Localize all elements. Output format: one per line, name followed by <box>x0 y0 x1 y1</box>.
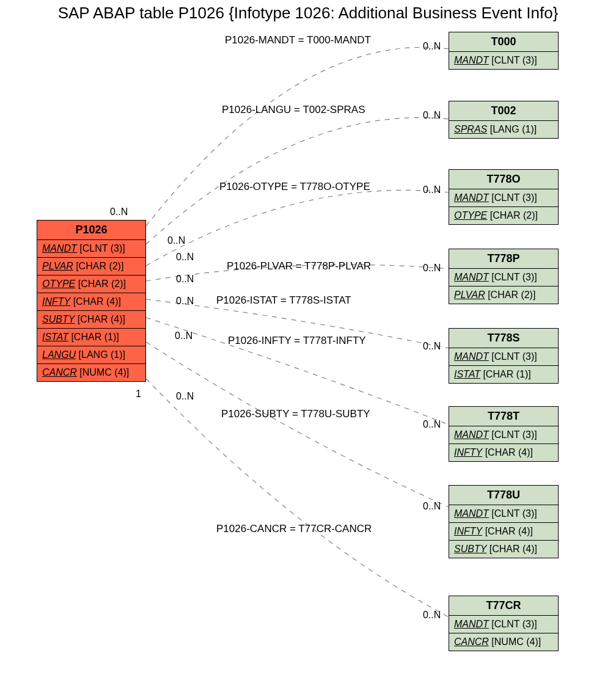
card-right-0: 0..N <box>423 41 441 52</box>
entity-t778o-field-0: MANDT [CLNT (3)] <box>449 189 558 207</box>
entity-p1026-field-otype: OTYPE [CHAR (2)] <box>37 275 145 293</box>
entity-t778p-field-0: MANDT [CLNT (3)] <box>449 269 558 286</box>
entity-t77cr-title: T77CR <box>449 596 558 616</box>
edge-label-2: P1026-OTYPE = T778O-OTYPE <box>219 181 370 193</box>
card-left-5: 0..N <box>175 330 193 341</box>
entity-t000-title: T000 <box>449 32 558 52</box>
entity-t778s: T778S MANDT [CLNT (3)] ISTAT [CHAR (1)] <box>449 328 559 384</box>
entity-t77cr: T77CR MANDT [CLNT (3)] CANCR [NUMC (4)] <box>449 596 559 651</box>
card-left-4: 0..N <box>176 296 194 307</box>
card-right-7: 0..N <box>423 610 441 621</box>
card-left-0: 0..N <box>110 206 128 217</box>
card-left-7: 1 <box>136 389 141 400</box>
entity-p1026-field-plvar: PLVAR [CHAR (2)] <box>37 258 145 275</box>
entity-t778o-field-1: OTYPE [CHAR (2)] <box>449 207 558 224</box>
diagram-title: SAP ABAP table P1026 {Infotype 1026: Add… <box>0 4 616 23</box>
card-right-5: 0..N <box>423 419 441 430</box>
entity-t000: T000 MANDT [CLNT (3)] <box>449 32 559 70</box>
entity-p1026-field-istat: ISTAT [CHAR (1)] <box>37 329 145 346</box>
entity-t778o-title: T778O <box>449 170 558 189</box>
edge-label-3: P1026-PLVAR = T778P-PLVAR <box>227 260 371 272</box>
edge-label-0: P1026-MANDT = T000-MANDT <box>225 34 371 46</box>
card-left-3: 0..N <box>176 274 194 285</box>
entity-t778s-field-1: ISTAT [CHAR (1)] <box>449 366 558 383</box>
card-left-2: 0..N <box>176 252 194 263</box>
entity-t002: T002 SPRAS [LANG (1)] <box>449 101 559 139</box>
card-right-3: 0..N <box>423 263 441 274</box>
edge-label-1: P1026-LANGU = T002-SPRAS <box>222 104 365 116</box>
edge-label-4: P1026-ISTAT = T778S-ISTAT <box>216 294 351 307</box>
entity-t000-field: MANDT [CLNT (3)] <box>449 52 558 69</box>
entity-t002-title: T002 <box>449 101 558 121</box>
entity-p1026-title: P1026 <box>37 221 145 240</box>
entity-t77cr-field-1: CANCR [NUMC (4)] <box>449 633 558 651</box>
entity-t778u-title: T778U <box>449 486 558 505</box>
entity-t778u: T778U MANDT [CLNT (3)] INFTY [CHAR (4)] … <box>449 485 559 558</box>
entity-p1026-field-subty: SUBTY [CHAR (4)] <box>37 311 145 329</box>
edge-label-7: P1026-CANCR = T77CR-CANCR <box>216 523 372 535</box>
entity-p1026: P1026 MANDT [CLNT (3)] PLVAR [CHAR (2)] … <box>37 220 146 382</box>
entity-t778t-field-1: INFTY [CHAR (4)] <box>449 444 558 461</box>
entity-t778u-field-1: INFTY [CHAR (4)] <box>449 523 558 541</box>
card-right-2: 0..N <box>423 184 441 195</box>
entity-t778s-title: T778S <box>449 329 558 348</box>
edge-label-5: P1026-INFTY = T778T-INFTY <box>228 335 366 347</box>
entity-p1026-field-mandt: MANDT [CLNT (3)] <box>37 240 145 258</box>
entity-t778o: T778O MANDT [CLNT (3)] OTYPE [CHAR (2)] <box>449 169 559 225</box>
entity-t778u-field-0: MANDT [CLNT (3)] <box>449 505 558 523</box>
edge-label-6: P1026-SUBTY = T778U-SUBTY <box>221 408 370 420</box>
card-left-6: 0..N <box>176 391 194 402</box>
entity-p1026-field-cancr: CANCR [NUMC (4)] <box>37 364 145 381</box>
entity-t778t-field-0: MANDT [CLNT (3)] <box>449 426 558 444</box>
card-left-1: 0..N <box>167 235 185 246</box>
entity-t778t: T778T MANDT [CLNT (3)] INFTY [CHAR (4)] <box>449 406 559 462</box>
entity-t778s-field-0: MANDT [CLNT (3)] <box>449 348 558 366</box>
entity-t778p-field-1: PLVAR [CHAR (2)] <box>449 286 558 304</box>
entity-t778t-title: T778T <box>449 407 558 426</box>
entity-p1026-field-langu: LANGU [LANG (1)] <box>37 346 145 364</box>
entity-t778p: T778P MANDT [CLNT (3)] PLVAR [CHAR (2)] <box>449 249 559 304</box>
entity-t77cr-field-0: MANDT [CLNT (3)] <box>449 616 558 633</box>
entity-t002-field: SPRAS [LANG (1)] <box>449 121 558 138</box>
entity-t778p-title: T778P <box>449 249 558 269</box>
card-right-6: 0..N <box>423 501 441 512</box>
entity-p1026-field-infty: INFTY [CHAR (4)] <box>37 293 145 311</box>
card-right-1: 0..N <box>423 110 441 121</box>
entity-t778u-field-2: SUBTY [CHAR (4)] <box>449 541 558 558</box>
card-right-4: 0..N <box>423 341 441 352</box>
